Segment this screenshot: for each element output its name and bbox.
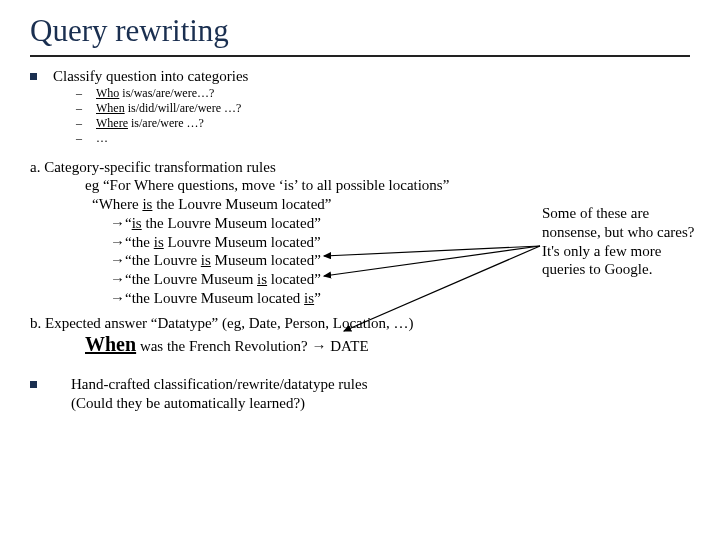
square-bullet-icon (30, 73, 37, 80)
dash-icon: – (76, 86, 96, 101)
classify-text: Classify question into categories (53, 67, 248, 86)
section-a-heading: a. Category-specific transformation rule… (30, 158, 690, 177)
cat-rest: is/did/will/are/were …? (125, 101, 242, 115)
category-ellipsis: – … (76, 131, 690, 146)
slide-title: Query rewriting (30, 12, 690, 51)
category-when: – When is/did/will/are/were …? (76, 101, 690, 116)
cat-rest: is/are/were …? (128, 116, 204, 130)
cat-rest: is/was/are/were…? (119, 86, 214, 100)
section-b-example: When was the French Revolution? → DATE (85, 332, 690, 357)
title-underline (30, 55, 690, 57)
category-where: – Where is/are/were …? (76, 116, 690, 131)
bullet-handcrafted: Hand-crafted classification/rewrite/data… (30, 375, 690, 413)
handcrafted-line1: Hand-crafted classification/rewrite/data… (71, 375, 368, 394)
side-note: Some of these are nonsense, but who care… (542, 204, 697, 279)
section-a-example: eg “For Where questions, move ‘is’ to al… (85, 176, 690, 195)
category-who: – Who is/was/are/were…? (76, 86, 690, 101)
square-bullet-icon (30, 381, 37, 388)
cat-word: Where (96, 116, 128, 130)
section-b-heading: b. Expected answer “Datatype” (eg, Date,… (30, 314, 690, 333)
cat-rest: … (96, 131, 108, 145)
dash-icon: – (76, 116, 96, 131)
dash-icon: – (76, 101, 96, 116)
dash-icon: – (76, 131, 96, 146)
handcrafted-line2: (Could they be automatically learned?) (71, 394, 368, 413)
cat-word: Who (96, 86, 119, 100)
bullet-classify: Classify question into categories (30, 67, 690, 86)
cat-word: When (96, 101, 125, 115)
rewrite-5: →“the Louvre Museum located is” (110, 289, 690, 308)
